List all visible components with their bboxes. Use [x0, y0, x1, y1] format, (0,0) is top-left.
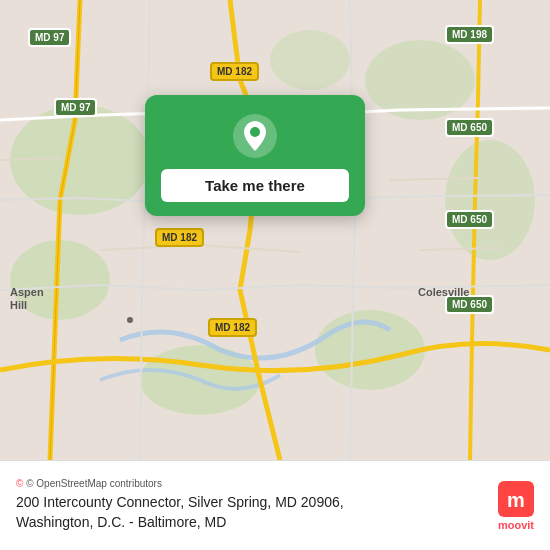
bottom-bar: © © OpenStreetMap contributors 200 Inter… [0, 460, 550, 550]
map-container: MD 97 MD 97 MD 28 MD 182 MD 182 MD 182 M… [0, 0, 550, 460]
road-badge-md182-top: MD 182 [210, 62, 259, 81]
road-badge-md182-mid: MD 182 [155, 228, 204, 247]
road-badge-md650-mid: MD 650 [445, 210, 494, 229]
moovit-logo: m moovit [498, 481, 534, 531]
road-badge-md97-mid: MD 97 [54, 98, 97, 117]
attribution: © © OpenStreetMap contributors [16, 478, 534, 489]
address-text: 200 Intercounty Connector, Silver Spring… [16, 493, 534, 532]
moovit-label: moovit [498, 519, 534, 531]
road-badge-md198: MD 198 [445, 25, 494, 44]
svg-point-8 [127, 317, 133, 323]
svg-text:m: m [507, 489, 525, 511]
label-aspen-hill: AspenHill [10, 286, 44, 312]
svg-point-5 [445, 140, 535, 260]
address-line2: Washington, D.C. - Baltimore, MD [16, 514, 226, 530]
road-badge-md650-top: MD 650 [445, 118, 494, 137]
svg-point-10 [250, 127, 260, 137]
location-pin-icon [232, 113, 278, 159]
label-colesville: Colesville [418, 286, 469, 298]
address-line1: 200 Intercounty Connector, Silver Spring… [16, 494, 344, 510]
road-badge-md182-bot: MD 182 [208, 318, 257, 337]
map-svg [0, 0, 550, 460]
take-me-there-button[interactable]: Take me there [161, 169, 349, 202]
svg-point-7 [270, 30, 350, 90]
moovit-icon: m [498, 481, 534, 517]
road-badge-md97-top: MD 97 [28, 28, 71, 47]
card-overlay: Take me there [145, 95, 365, 216]
attribution-text: © OpenStreetMap contributors [26, 478, 162, 489]
